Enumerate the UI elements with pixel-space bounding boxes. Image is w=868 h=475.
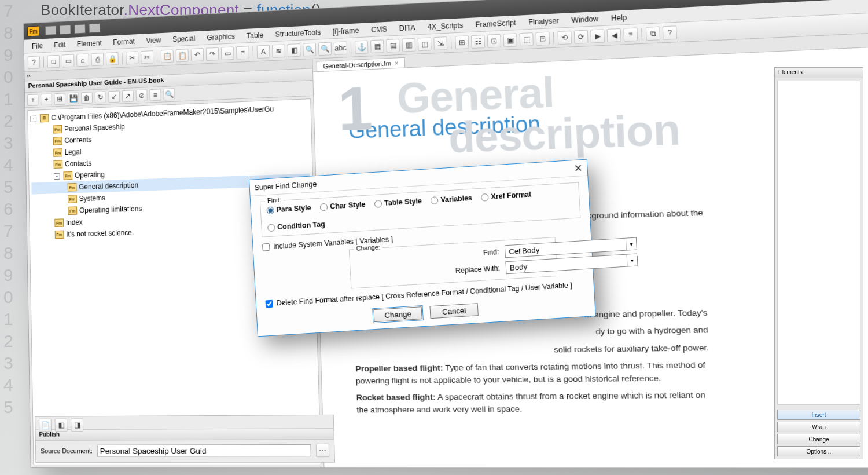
toolbar-button-35[interactable]: ◀	[607, 28, 621, 42]
menu-finalyser[interactable]: Finalyser	[522, 14, 565, 28]
menu-table[interactable]: Table	[241, 28, 270, 42]
book-tool-10[interactable]: 🔍	[163, 88, 175, 100]
menu-cms[interactable]: CMS	[365, 23, 393, 36]
book-tool-2[interactable]: ⊞	[54, 93, 65, 105]
book-tool-3[interactable]: 💾	[68, 92, 79, 104]
book-tool-5[interactable]: ↻	[95, 91, 106, 103]
toolbar-button-30[interactable]: ⬚	[519, 32, 534, 46]
toolbar-button-36[interactable]: ≡	[623, 27, 638, 42]
toolbar-button-17[interactable]: 🔍	[303, 42, 316, 56]
options--button[interactable]: Options...	[777, 446, 860, 456]
toolbar-button-12[interactable]: ▭	[221, 46, 234, 60]
menu-file[interactable]: File	[26, 39, 48, 52]
menu-special[interactable]: Special	[167, 32, 201, 45]
toolbar-button-0[interactable]: ?	[28, 56, 41, 69]
close-icon[interactable]: ✕	[573, 162, 583, 175]
menu-4x_scripts[interactable]: 4X_Scripts	[421, 19, 469, 33]
toolbar-button-11[interactable]: ↷	[206, 47, 219, 60]
book-tool-7[interactable]: ↗	[122, 90, 134, 102]
super-find-change-dialog: Super Find Change ✕ Find: Para StyleChar…	[249, 159, 596, 337]
book-tool-9[interactable]: ≡	[149, 89, 161, 101]
layout-button-1[interactable]	[45, 25, 57, 35]
elements-list[interactable]	[777, 81, 860, 405]
menu-view[interactable]: View	[141, 34, 167, 46]
toolbar-button-25[interactable]: ⇲	[433, 36, 447, 50]
toolbar-button-38[interactable]: ?	[663, 25, 677, 40]
toolbar-button-32[interactable]: ⟲	[557, 30, 572, 44]
toolbar-button-15[interactable]: ≋	[272, 44, 285, 58]
toolbar-button-33[interactable]: ⟳	[574, 30, 589, 43]
menu-framescript[interactable]: FrameScript	[469, 16, 523, 31]
toolbar-button-23[interactable]: ▥	[402, 38, 415, 52]
radio-condition-tag[interactable]: Condition Tag	[267, 220, 325, 232]
publish-icon[interactable]: ◧	[55, 419, 68, 432]
elements-buttons: InsertWrapChangeOptions...	[775, 407, 863, 459]
tree-item-label: General description	[79, 181, 138, 191]
book-tool-8[interactable]: ⊘	[136, 89, 148, 101]
menu-element[interactable]: Element	[71, 36, 108, 50]
close-icon[interactable]: ×	[395, 60, 398, 67]
toolbar-button-9[interactable]: 📋	[176, 49, 189, 62]
toolbar-button-22[interactable]: ▤	[386, 38, 400, 52]
toolbar-button-10[interactable]: ↶	[191, 48, 204, 61]
radio-xref-format[interactable]: Xref Format	[481, 191, 531, 202]
toolbar-button-26[interactable]: ⊞	[455, 35, 469, 49]
menu-help[interactable]: Help	[605, 11, 634, 25]
toolbar-button-21[interactable]: ▦	[370, 39, 384, 53]
menu-window[interactable]: Window	[565, 12, 605, 26]
toolbar-button-19[interactable]: abc	[334, 41, 347, 55]
menu-edit[interactable]: Edit	[48, 38, 71, 51]
book-tool-6[interactable]: ↙	[108, 90, 120, 103]
book-tool-1[interactable]: +	[41, 93, 52, 105]
toolbar-button-27[interactable]: ☷	[471, 34, 485, 48]
browse-icon[interactable]: ⋯	[316, 444, 330, 457]
dialog-title: Super Find Change	[254, 180, 317, 191]
tree-item-label: Personal Spaceship	[64, 123, 125, 133]
publish-panel: 📄◧◨ Publish Source Document: ⋯	[35, 415, 335, 463]
toolbar-button-5[interactable]: 🔒	[106, 52, 119, 65]
wrap-button[interactable]: Wrap	[777, 422, 860, 432]
menu-structuretools[interactable]: StructureTools	[269, 26, 327, 41]
toolbar-button-24[interactable]: ◫	[418, 37, 432, 51]
book-tool-4[interactable]: 🗑	[81, 92, 93, 104]
layout-button-4[interactable]	[89, 23, 101, 33]
insert-button[interactable]: Insert	[777, 410, 860, 420]
toolbar-button-3[interactable]: ⌂	[76, 53, 89, 67]
layout-button-2[interactable]	[60, 25, 71, 35]
change-button[interactable]: Change	[373, 306, 422, 322]
toolbar-button-1[interactable]: □	[47, 54, 60, 68]
menu-graphics[interactable]: Graphics	[201, 30, 241, 44]
radio-para-style[interactable]: Para Style	[266, 204, 311, 215]
toolbar-button-28[interactable]: ⊡	[487, 34, 501, 48]
radio-variables[interactable]: Variables	[431, 194, 472, 204]
menu-format[interactable]: Format	[107, 35, 141, 48]
toolbar-button-29[interactable]: ▣	[503, 33, 517, 47]
publish-icon[interactable]: 📄	[39, 419, 52, 432]
change-button[interactable]: Change	[777, 434, 860, 444]
toolbar-button-6[interactable]: ✂	[126, 51, 138, 64]
publish-icon[interactable]: ◨	[71, 418, 83, 432]
toolbar-button-37[interactable]: ⧉	[646, 26, 660, 41]
radio-table-style[interactable]: Table Style	[374, 197, 422, 208]
toolbar-button-18[interactable]: 🔍	[318, 42, 332, 56]
chevron-down-icon[interactable]: ▾	[627, 254, 638, 266]
source-doc-input[interactable]	[97, 444, 311, 457]
toolbar-button-7[interactable]: ✂	[141, 50, 153, 64]
toolbar-button-4[interactable]: ⎙	[91, 53, 104, 66]
toolbar-button-8[interactable]: 📋	[161, 49, 174, 63]
toolbar-button-13[interactable]: ≡	[236, 46, 249, 59]
layout-button-3[interactable]	[74, 24, 86, 34]
menu-[i]-frame[interactable]: [i]-frame	[326, 24, 365, 38]
toolbar-button-16[interactable]: ◧	[288, 43, 301, 57]
toolbar-button-20[interactable]: ⚓	[355, 40, 369, 54]
toolbar-button-34[interactable]: ▶	[590, 29, 605, 43]
toolbar-button-14[interactable]: A	[257, 45, 270, 59]
toolbar-button-31[interactable]: ⊟	[535, 31, 550, 45]
cancel-button[interactable]: Cancel	[429, 303, 478, 319]
radio-char-style[interactable]: Char Style	[320, 200, 366, 211]
menu-dita[interactable]: DITA	[393, 21, 421, 35]
book-tool-0[interactable]: +	[27, 94, 39, 106]
chevron-down-icon[interactable]: ▾	[626, 238, 637, 250]
replace-label: Replace With:	[437, 264, 501, 276]
toolbar-button-2[interactable]: ▭	[62, 54, 75, 67]
